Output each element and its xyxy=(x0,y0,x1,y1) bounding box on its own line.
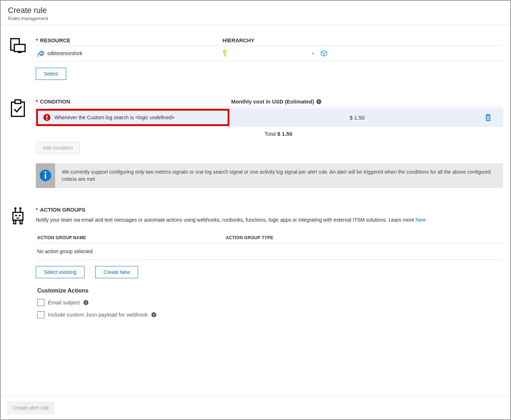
app-insights-icon xyxy=(37,50,44,57)
svg-point-24 xyxy=(45,172,47,173)
action-groups-description: Notify your team via email and text mess… xyxy=(36,216,503,224)
condition-icon xyxy=(9,98,28,188)
select-existing-button[interactable]: Select existing xyxy=(36,266,84,278)
key-icon xyxy=(222,49,228,57)
action-groups-icon xyxy=(9,207,28,318)
svg-rect-26 xyxy=(14,220,16,224)
svg-rect-14 xyxy=(15,100,21,103)
condition-cost: $ 1.50 xyxy=(229,115,485,121)
svg-rect-12 xyxy=(224,55,226,56)
svg-rect-2 xyxy=(18,52,21,53)
svg-rect-1 xyxy=(14,44,25,52)
create-alert-rule-button: Create alert rule xyxy=(7,401,54,414)
alert-icon xyxy=(43,114,51,121)
add-condition-button: Add condition xyxy=(36,142,80,154)
svg-rect-19 xyxy=(487,114,489,115)
webhook-payload-checkbox[interactable] xyxy=(37,311,44,318)
hierarchy-label: HIERARCHY xyxy=(223,37,254,43)
svg-rect-23 xyxy=(45,174,46,179)
svg-rect-34 xyxy=(16,218,19,219)
svg-point-10 xyxy=(224,51,225,52)
col-action-group-name: ACTION GROUP NAME xyxy=(37,235,86,240)
page-subtitle: Rules management xyxy=(8,16,503,21)
svg-rect-4 xyxy=(37,55,39,57)
svg-rect-8 xyxy=(42,53,43,54)
info-callout: We currently support configuring only tw… xyxy=(36,163,503,188)
resource-label: *RESOURCE xyxy=(36,37,70,43)
action-groups-label: *ACTION GROUPS xyxy=(36,207,503,213)
total-cost: Total $ 1.50 xyxy=(54,126,503,141)
col-action-group-type: ACTION GROUP TYPE xyxy=(226,235,273,240)
svg-rect-25 xyxy=(13,212,23,220)
create-new-button[interactable]: Create New xyxy=(95,266,138,278)
condition-label: *CONDITION xyxy=(36,98,70,105)
learn-more-link[interactable]: here xyxy=(415,217,425,223)
svg-point-32 xyxy=(15,214,17,216)
resource-group-icon xyxy=(320,50,327,57)
svg-rect-7 xyxy=(41,52,42,54)
cost-label: Monthly cost in USD (Estimated)i xyxy=(231,98,321,105)
svg-rect-16 xyxy=(47,115,48,118)
svg-rect-27 xyxy=(20,220,22,224)
svg-point-31 xyxy=(19,207,21,209)
svg-rect-17 xyxy=(47,119,48,120)
action-groups-empty: No action group selected xyxy=(36,243,503,260)
resource-row[interactable]: sdktestmonitork › xyxy=(36,46,503,61)
condition-row[interactable]: Whenever the Custom log search is <logic… xyxy=(36,108,503,126)
chevron-right-icon: › xyxy=(312,50,314,57)
svg-point-33 xyxy=(19,214,21,216)
svg-rect-3 xyxy=(37,53,39,55)
email-subject-label: Email subject xyxy=(48,299,80,305)
delete-condition-button[interactable] xyxy=(485,114,503,121)
svg-rect-13 xyxy=(11,102,24,116)
webhook-payload-label: Include custom Json payload for webhook xyxy=(48,312,148,318)
resource-name-text: sdktestmonitork xyxy=(47,50,82,56)
svg-rect-6 xyxy=(40,52,41,54)
svg-point-29 xyxy=(14,207,16,209)
email-subject-checkbox[interactable] xyxy=(37,299,44,306)
condition-text: Whenever the Custom log search is <logic… xyxy=(54,115,175,120)
info-icon[interactable]: i xyxy=(316,99,321,104)
page-title: Create rule xyxy=(8,6,503,15)
resource-icon xyxy=(9,37,28,80)
info-icon[interactable]: i xyxy=(83,300,88,305)
customize-actions-title: Customize Actions xyxy=(37,288,503,294)
select-resource-button[interactable]: Select xyxy=(36,68,66,80)
info-icon[interactable]: i xyxy=(151,312,156,317)
